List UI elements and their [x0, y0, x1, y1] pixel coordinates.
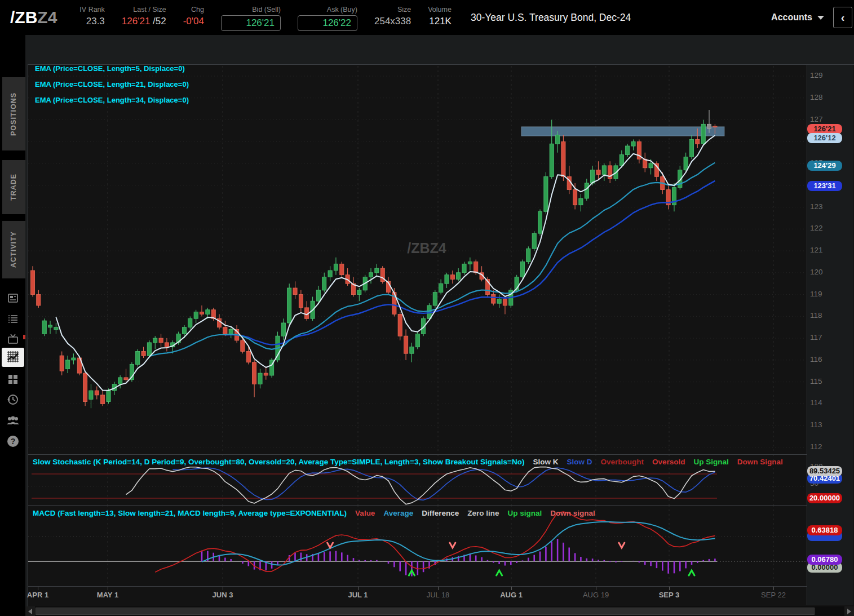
date-tick — [596, 587, 596, 590]
header-field-label: Bid (Sell) — [252, 5, 281, 15]
header-field-chg: Chg-0'04 — [183, 5, 204, 28]
price-tick-label: 128 — [810, 93, 823, 101]
header-field-bid: Bid (Sell)126'21 — [221, 5, 281, 31]
legend-item: Difference — [422, 509, 459, 517]
ema-study-label: EMA (Price=CLOSE, Length=34, Displace=0) — [35, 96, 189, 104]
candles-layer — [30, 110, 717, 408]
price-tick-label: 114 — [810, 398, 822, 407]
sidebar-tab-activity[interactable]: ACTIVITY — [2, 221, 25, 278]
header-field-iv-rank: IV Rank23.3 — [79, 5, 104, 28]
date-tick — [38, 587, 38, 590]
price-tick-label: 122 — [810, 224, 823, 232]
grid-icon[interactable] — [0, 370, 25, 389]
macd-diff-bubble: 0.06780 — [807, 555, 842, 565]
header-field-last-size: Last / Size126'21 /52 — [122, 5, 166, 28]
scroll-left-button[interactable] — [25, 606, 35, 616]
date-label: AUG 19 — [583, 591, 609, 599]
price-pane-canvas[interactable] — [28, 65, 806, 454]
header-field-value[interactable]: 126'22 — [298, 15, 357, 31]
date-tick — [223, 587, 223, 590]
legend-item: Overbought — [600, 458, 644, 466]
history-icon[interactable] — [0, 390, 25, 409]
price-tick-label: 113 — [810, 420, 822, 429]
price-tick-label: 112 — [810, 442, 822, 451]
price-tick-label: 120 — [810, 268, 823, 276]
list-icon[interactable] — [0, 309, 25, 329]
price-tick-label: 118 — [810, 311, 822, 320]
macd-header: MACD (Fast length=13, Slow length=21, MA… — [33, 509, 805, 517]
slow-k-bubble: 89.53425 — [807, 466, 842, 476]
up-signal-arrow — [689, 570, 694, 575]
macd-value-bubble: 0.63818 — [807, 525, 842, 535]
scroll-right-button[interactable] — [844, 606, 854, 616]
trading-platform-window: /ZBZ4 IV Rank23.3Last / Size126'21 /52Ch… — [0, 0, 854, 616]
symbol-label: /ZBZ4 — [10, 8, 57, 27]
date-tick — [438, 587, 439, 590]
legend-item: Oversold — [652, 458, 685, 466]
header-field-value: 121K — [429, 15, 452, 28]
ema21-bubble: 124'29 — [807, 161, 842, 171]
svg-text:?: ? — [10, 437, 15, 446]
date-label: SEP 3 — [659, 591, 680, 599]
header-field-volume: Volume121K — [428, 5, 452, 28]
date-tick — [511, 587, 512, 590]
pane-separator — [28, 586, 853, 587]
slow-d-line — [172, 468, 715, 500]
price-tick-label: 127 — [810, 115, 823, 123]
header-field-ask: Ask (Buy)126'22 — [298, 5, 357, 31]
header-field-value: 126'21 /52 — [122, 15, 166, 28]
ema-study-label: EMA (Price=CLOSE, Length=5, Displace=0) — [35, 64, 185, 73]
price-tick-label: 119 — [810, 290, 822, 298]
ema34-bubble: 123'31 — [807, 181, 842, 191]
sidebar-tab-trade[interactable]: TRADE — [2, 160, 25, 214]
date-tick — [358, 587, 359, 590]
chart-watermark: /ZBZ4 — [393, 240, 461, 256]
scrollbar-thumb[interactable] — [36, 608, 815, 615]
collapse-panel-button[interactable]: ‹ — [833, 7, 852, 28]
legend-item: Down signal — [550, 509, 595, 517]
legend-item: Up Signal — [693, 458, 728, 466]
date-label: JUL 1 — [348, 591, 368, 599]
legend-item: Down Signal — [737, 458, 783, 466]
header-field-label: Volume — [428, 5, 452, 15]
header-field-value2: /52 — [150, 16, 166, 26]
legend-item: Up signal — [507, 509, 542, 517]
chart-icon[interactable] — [2, 348, 24, 367]
zone-price-bubble: 126'12 — [807, 133, 842, 143]
price-tick-label: 129 — [810, 71, 823, 79]
legend-item: Value — [355, 509, 375, 517]
quote-header: /ZBZ4 IV Rank23.3Last / Size126'21 /52Ch… — [0, 0, 854, 35]
header-field-label: Ask (Buy) — [327, 5, 357, 15]
header-field-label: Size — [397, 5, 411, 15]
price-tick-label: 121 — [810, 246, 823, 254]
horizontal-scrollbar[interactable] — [25, 606, 854, 616]
date-label: JUL 18 — [427, 591, 450, 599]
header-field-label: Last / Size — [133, 5, 166, 15]
price-tick-label: 123 — [810, 202, 823, 211]
header-field-value[interactable]: 126'21 — [221, 15, 281, 31]
pane-separator — [28, 454, 853, 455]
legend-item: Slow K — [533, 458, 558, 466]
sidebar-tab-positions[interactable]: POSITIONS — [2, 77, 25, 150]
date-label: SEP 22 — [761, 591, 786, 599]
help-icon[interactable]: ? — [0, 432, 25, 451]
legend-item: Average — [383, 509, 413, 517]
header-field-value: 254x338 — [374, 15, 411, 28]
date-label: JUN 3 — [213, 591, 233, 599]
chevron-down-icon — [817, 16, 824, 20]
oversold-bubble: 20.00000 — [807, 493, 842, 503]
report-icon[interactable] — [0, 289, 25, 308]
header-field-label: Chg — [191, 5, 204, 15]
tv-icon[interactable] — [0, 330, 25, 349]
header-fields: IV Rank23.3Last / Size126'21 /52Chg-0'04… — [79, 5, 468, 31]
down-signal-arrow — [450, 543, 455, 548]
header-field-label: IV Rank — [79, 5, 104, 15]
date-tick — [108, 587, 108, 590]
date-tick — [773, 587, 774, 590]
instrument-title: 30-Year U.S. Treasury Bond, Dec-24 — [471, 12, 631, 24]
people-icon[interactable] — [0, 411, 25, 430]
ema-study-label: EMA (Price=CLOSE, Length=21, Displace=0) — [35, 80, 189, 88]
up-signal-arrow — [497, 570, 502, 575]
date-label: AUG 1 — [500, 591, 523, 599]
accounts-dropdown[interactable]: Accounts — [771, 12, 824, 23]
